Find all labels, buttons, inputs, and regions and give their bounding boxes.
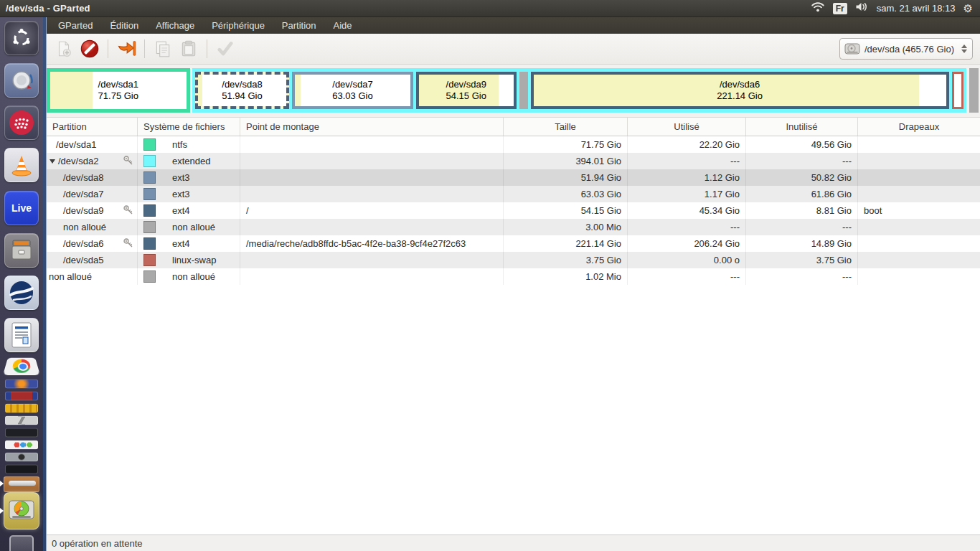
unused-value: 49.56 Gio [746, 136, 858, 153]
wifi-icon[interactable] [811, 1, 825, 15]
diskbar-segment-sda8-selected[interactable]: /dev/sda8 51.94 Gio [195, 72, 290, 109]
gparted-launcher-icon[interactable] [4, 492, 39, 529]
used-value: --- [628, 219, 746, 235]
fs-color-swatch [143, 237, 156, 250]
diskbar-segment-sda1[interactable]: /dev/sda1 71.75 Gio [47, 68, 190, 113]
fs-name: linux-swap [172, 255, 216, 265]
diskbar-extended-sda2[interactable]: /dev/sda8 51.94 Gio /dev/sda7 63.03 Gio [192, 68, 966, 113]
partition-name: /dev/sda2 [58, 156, 98, 166]
running-indicator-arrow [0, 481, 4, 486]
folded-app-icon[interactable] [5, 392, 38, 401]
trash-icon[interactable] [9, 535, 34, 551]
chromium-icon[interactable] [3, 358, 40, 375]
dash-home-icon[interactable] [4, 21, 39, 55]
size-value: 51.94 Gio [504, 169, 628, 186]
size-value: 71.75 Gio [504, 136, 628, 153]
flags-value [858, 136, 980, 153]
lock-key-icon [123, 155, 134, 168]
menu-edition[interactable]: Édition [101, 17, 147, 34]
lock-key-icon [123, 237, 134, 250]
fs-color-swatch [143, 221, 156, 233]
diskbar-segment-sda9[interactable]: /dev/sda9 54.15 Gio [416, 72, 517, 109]
diskbar-segment-sda7[interactable]: /dev/sda7 63.03 Gio [292, 72, 413, 109]
table-row-sda5[interactable]: /dev/sda5 linux-swap 3.75 Gio 0.00 o 3.7… [47, 252, 980, 268]
clock[interactable]: sam. 21 avril 18:13 [877, 3, 956, 14]
delete-partition-button[interactable] [77, 37, 103, 61]
folded-colors-app-icon[interactable] [5, 441, 38, 450]
col-used[interactable]: Utilisé [628, 118, 746, 136]
table-row-sda2[interactable]: /dev/sda2 extended 394.01 Gio --- --- [47, 153, 980, 169]
mount-point [240, 219, 504, 235]
table-row-unallocated[interactable]: non alloué non alloué 1.02 Mio --- --- [47, 268, 980, 285]
folded-app-icon[interactable] [5, 404, 38, 413]
apply-operations-button[interactable] [212, 37, 238, 61]
col-partition[interactable]: Partition [47, 118, 138, 136]
window-title: /dev/sda - GParted [0, 3, 811, 14]
menu-peripherique[interactable]: Périphérique [203, 17, 273, 34]
folded-app-icon[interactable] [5, 465, 38, 474]
table-row-unallocated[interactable]: non alloué non alloué 3.00 Mio --- --- [47, 219, 980, 235]
table-row-sda7[interactable]: /dev/sda7 ext3 63.03 Gio 1.17 Gio 61.86 … [47, 186, 980, 202]
diskbar-segment-unallocated-end[interactable] [969, 68, 979, 113]
disk-visual-area: /dev/sda1 71.75 Gio /dev/sda8 51.94 Gio [47, 65, 980, 117]
partition-name: /dev/sda6 [63, 238, 103, 249]
keyboard-layout-indicator[interactable]: Fr [833, 3, 847, 14]
toolbox-app-icon[interactable] [4, 476, 39, 492]
unused-value: 3.75 Gio [746, 252, 858, 268]
col-mountpoint[interactable]: Point de montage [240, 118, 504, 136]
folded-terminal-icon[interactable] [5, 428, 38, 438]
resize-move-button[interactable] [113, 37, 139, 61]
toolbar-separator [108, 39, 108, 58]
table-row-sda6[interactable]: /dev/sda6 ext4 /media/reche/adb8ffdc-b5a… [47, 235, 980, 252]
folded-audacity-icon[interactable] [5, 380, 38, 389]
device-selector[interactable]: /dev/sda (465.76 Gio) [839, 38, 973, 60]
partition-name: non alloué [63, 222, 106, 232]
segment-size: 221.14 Gio [717, 90, 763, 102]
unused-value: 14.89 Gio [746, 235, 858, 252]
diskbar-segment-sda5[interactable] [952, 72, 963, 109]
menu-affichage[interactable]: Affichage [147, 17, 203, 34]
mount-point [240, 136, 504, 153]
google-earth-icon[interactable] [4, 276, 39, 310]
flags-value [858, 169, 980, 186]
fs-name: non alloué [172, 222, 215, 232]
col-filesystem[interactable]: Système de fichiers [138, 118, 240, 136]
unused-value: 50.82 Gio [746, 169, 858, 186]
segment-name: /dev/sda7 [332, 79, 372, 90]
menu-partition[interactable]: Partition [273, 17, 325, 34]
col-unused[interactable]: Inutilisé [746, 118, 858, 136]
device-selector-spinner[interactable] [961, 44, 967, 53]
col-size[interactable]: Taille [504, 118, 628, 136]
file-cabinet-icon[interactable] [4, 233, 39, 268]
menu-gparted[interactable]: GParted [50, 17, 101, 34]
col-flags[interactable]: Drapeaux [858, 118, 980, 136]
dial-app-icon[interactable] [4, 63, 39, 98]
paste-button[interactable] [176, 37, 202, 61]
session-gear-icon[interactable]: ⚙ [963, 3, 973, 14]
flags-value [858, 252, 980, 268]
red-dots-app-icon[interactable] [4, 105, 39, 140]
mount-point: /media/reche/adb8ffdc-b5ac-4f2e-ba38-9cf… [240, 235, 504, 252]
folded-tool-app-icon[interactable] [5, 416, 38, 425]
table-row-sda9[interactable]: /dev/sda9 ext4 / 54.15 Gio 45.34 Gio 8.8… [47, 202, 980, 219]
folded-camera-app-icon[interactable] [5, 453, 38, 462]
used-value: 1.12 Gio [628, 169, 746, 186]
table-row-sda8[interactable]: /dev/sda8 ext3 51.94 Gio 1.12 Gio 50.82 … [47, 169, 980, 186]
libreoffice-writer-icon[interactable] [4, 318, 39, 352]
fs-color-swatch [143, 171, 156, 184]
diskbar-segment-sda6[interactable]: /dev/sda6 221.14 Gio [531, 72, 949, 109]
table-row-sda1[interactable]: /dev/sda1 ntfs 71.75 Gio 22.20 Gio 49.56… [47, 136, 980, 153]
segment-name: /dev/sda9 [446, 79, 486, 90]
new-partition-button[interactable] [51, 37, 77, 61]
diskbar-segment-unallocated[interactable] [519, 72, 528, 109]
mount-point [240, 186, 504, 202]
lock-key-icon [123, 204, 134, 217]
expander-icon[interactable] [50, 159, 55, 164]
size-value: 1.02 Mio [504, 268, 628, 285]
live-app-icon[interactable]: Live [4, 191, 39, 225]
menu-aide[interactable]: Aide [325, 17, 361, 34]
mount-point [240, 153, 504, 169]
volume-icon[interactable] [855, 1, 869, 15]
vlc-icon[interactable] [4, 148, 39, 182]
copy-button[interactable] [150, 37, 176, 61]
